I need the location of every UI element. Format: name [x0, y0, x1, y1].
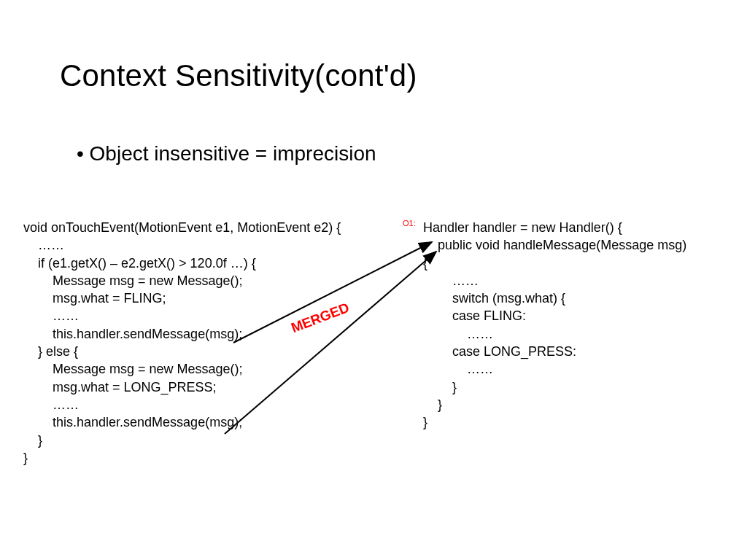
bullet-point: Object insensitive = imprecision: [77, 142, 376, 166]
code-block-right: Handler handler = new Handler() { public…: [423, 219, 690, 432]
slide: Context Sensitivity(cont'd) Object insen…: [0, 0, 747, 560]
slide-title: Context Sensitivity(cont'd): [60, 58, 417, 93]
code-block-left: void onTouchEvent(MotionEvent e1, Motion…: [23, 219, 341, 467]
o1-label: O1:: [403, 219, 416, 228]
